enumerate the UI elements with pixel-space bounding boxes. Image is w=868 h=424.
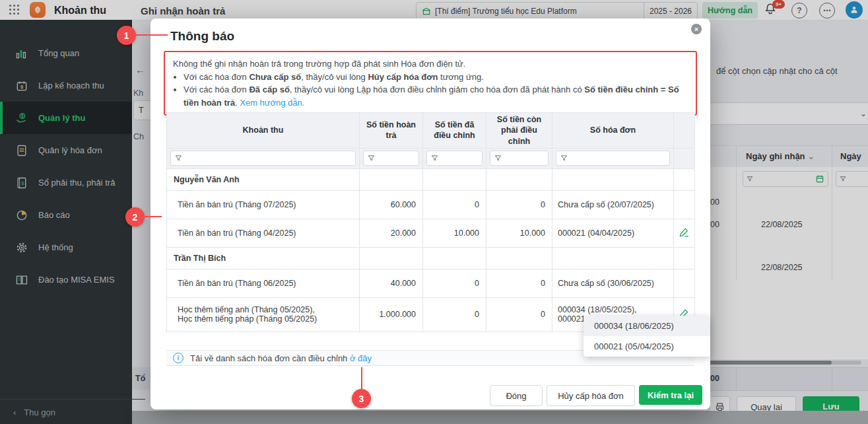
header-so-tien-hoan-tra: Số tiền hoàn trả [360,113,423,149]
table-filter-row [167,148,695,168]
close-button[interactable]: Đóng [490,385,543,406]
download-note-text: Tải về danh sách hóa đơn cần điều chỉnh … [190,353,372,363]
recheck-button[interactable]: Kiểm tra lại [639,385,702,405]
warning-line-3: Với các hóa đơn Đã cấp số, thầy/cô vui l… [184,83,688,109]
callout-3-line [361,367,362,390]
header-so-hoa-don: Số hóa đơn [552,113,674,149]
funnel-icon [494,155,502,162]
modal-title: Thông báo [170,29,234,44]
invoice-link[interactable]: 000034 (18/05/2025), [558,305,673,314]
warning-line-2: Với các hóa đơn Chưa cấp số, thầy/cô vui… [184,71,688,84]
callout-3: 3 [352,389,371,408]
invoice-link[interactable]: Chưa cấp số (30/06/2025) [558,279,654,288]
callout-1-line [136,34,168,36]
table-row: Tiền ăn bán trú (Tháng 06/2025) 40.000 0… [167,269,695,297]
header-khoan-thu: Khoản thu [167,113,360,149]
warning-box: Không thể ghi nhận hoàn trả trong trường… [164,51,697,116]
filter-input-invoice[interactable] [556,151,670,166]
filter-input-adjusted[interactable] [426,151,483,166]
student-group-row: Trần Thị Bích [167,247,695,269]
header-actions [674,113,695,149]
invoice-dropdown-option[interactable]: 000034 (18/06/2025) [584,316,710,336]
pencil-icon [679,227,690,238]
student-group-row: Nguyễn Văn Anh [167,168,695,190]
table-row: Tiền ăn bán trú (Tháng 04/2025) 20.000 1… [167,219,695,247]
edit-invoice-button[interactable] [674,219,695,247]
warning-line-1: Không thể ghi nhận hoàn trả trong trường… [173,57,688,71]
invoice-dropdown: 000034 (18/06/2025) 000021 (05/04/2025) [584,316,710,357]
close-icon[interactable]: × [691,24,702,34]
invoice-dropdown-option[interactable]: 000021 (05/04/2025) [584,336,710,357]
refund-table: Khoản thu Số tiền hoàn trả Số tiền đã đi… [166,112,695,332]
app-window: Khoản thu Ghi nhận hoàn trả [Thí điểm] T… [0,0,868,424]
header-so-tien-con-phai-dieu-chinh: Số tiền còn phải điều chỉnh [486,113,552,149]
funnel-icon [431,155,438,162]
cancel-invoice-button[interactable]: Hủy cấp hóa đơn [547,385,635,406]
notification-modal: × Thông báo Không thể ghi nhận hoàn trả … [150,18,710,409]
filter-input-refund[interactable] [363,151,419,166]
callout-2-line [145,216,162,217]
table-row: Tiền ăn bán trú (Tháng 07/2025) 60.000 0… [167,190,695,219]
filter-input-remaining[interactable] [490,151,549,166]
invoice-link[interactable]: 000021 (04/04/2025) [558,229,634,238]
funnel-icon [175,155,182,162]
callout-2: 2 [125,207,145,227]
filter-input-khoan-thu[interactable] [170,151,356,166]
table-header-row: Khoản thu Số tiền hoàn trả Số tiền đã đi… [167,113,695,149]
header-so-tien-da-dieu-chinh: Số tiền đã điều chỉnh [423,113,486,149]
download-here-link[interactable]: ở đây [350,353,372,363]
callout-1: 1 [117,26,136,45]
info-icon: i [173,353,184,363]
view-guide-link[interactable]: Xem hướng dẫn. [240,98,304,108]
invoice-link[interactable]: Chưa cấp số (20/07/2025) [558,200,654,209]
funnel-icon [560,155,568,162]
funnel-icon [368,155,375,162]
